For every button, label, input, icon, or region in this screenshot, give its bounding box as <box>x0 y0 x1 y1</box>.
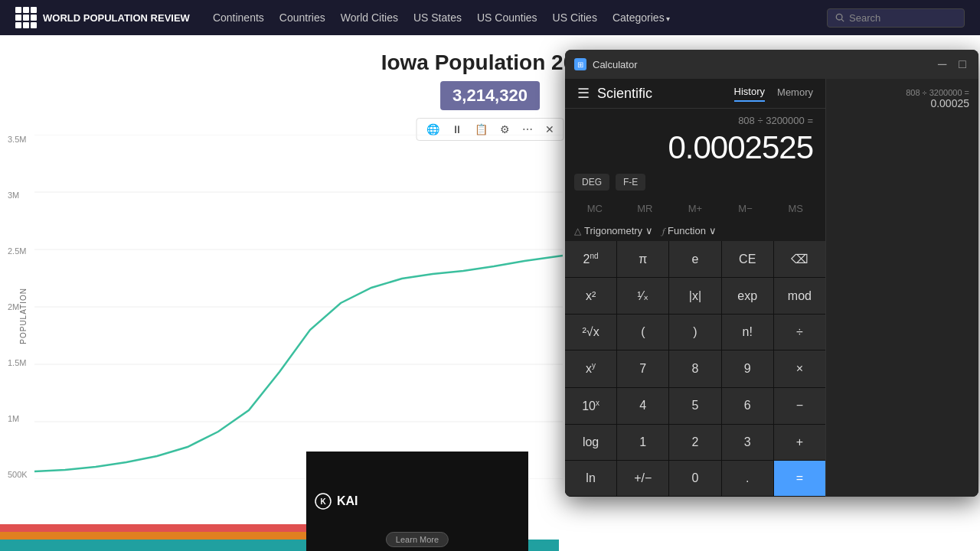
y-label-5: 1M <box>8 414 28 423</box>
trig-chevron-icon: ∨ <box>645 225 653 236</box>
calc-titlebar-left: ⊞ Calculator <box>574 58 638 70</box>
y-label-2: 2.5M <box>8 246 28 256</box>
calc-expression: 808 ÷ 3200000 = <box>577 115 813 126</box>
function-dropdown[interactable]: 𝑓 Function ∨ <box>662 225 717 236</box>
learn-more-button[interactable]: Learn More <box>386 532 449 547</box>
btn-4[interactable]: 4 <box>617 388 668 424</box>
calc-main-panel: ☰ Scientific History Memory 808 ÷ 320000… <box>565 79 825 497</box>
btn-ln[interactable]: ln <box>565 461 616 496</box>
btn-abs[interactable]: |x| <box>669 278 720 314</box>
history-tab[interactable]: History <box>734 86 765 102</box>
kai-brand-name: KAI <box>337 494 358 508</box>
kai-logo: K KAI <box>314 492 358 510</box>
mr-button[interactable]: MR <box>622 198 669 219</box>
btn-1[interactable]: 1 <box>617 425 668 460</box>
calc-mode-row: DEG F-E <box>565 169 825 195</box>
nav-world-cities[interactable]: World Cities <box>341 11 398 24</box>
maximize-button[interactable]: □ <box>956 57 969 71</box>
calc-titlebar: ⊞ Calculator ─ □ <box>565 50 978 79</box>
btn-recip[interactable]: ¹⁄ₓ <box>617 278 668 314</box>
fe-button[interactable]: F-E <box>616 174 645 191</box>
mc-button[interactable]: MC <box>571 198 619 219</box>
trigonometry-dropdown[interactable]: △ Trigonometry ∨ <box>574 225 653 236</box>
btn-10x[interactable]: 10x <box>565 388 616 424</box>
navbar: WORLD POPULATION REVIEW Continents Count… <box>0 0 980 35</box>
svg-text:K: K <box>320 497 326 506</box>
btn-mod[interactable]: mod <box>774 278 825 314</box>
calc-app-icon: ⊞ <box>574 58 586 70</box>
func-icon: 𝑓 <box>662 226 665 236</box>
history-val-0: 0.00025 <box>835 97 969 109</box>
bar-red <box>0 524 306 532</box>
btn-6[interactable]: 6 <box>722 388 773 424</box>
kai-icon: K <box>314 492 332 510</box>
nav-countries[interactable]: Countries <box>279 11 325 24</box>
ad-overlay: K KAI Learn More <box>306 452 528 551</box>
btn-ce[interactable]: CE <box>722 241 773 277</box>
calc-result: 0.0002525 <box>577 129 813 166</box>
search-box <box>827 8 965 28</box>
btn-close-paren[interactable]: ) <box>669 315 720 350</box>
trig-icon: △ <box>574 226 581 236</box>
bar-orange <box>0 532 306 540</box>
y-label-3: 2M <box>8 302 28 311</box>
btn-plus[interactable]: + <box>774 425 825 460</box>
btn-pi[interactable]: π <box>617 241 668 277</box>
btn-negate[interactable]: +/− <box>617 461 668 496</box>
nav-continents[interactable]: Continents <box>213 11 264 24</box>
btn-3[interactable]: 3 <box>722 425 773 460</box>
btn-multiply[interactable]: × <box>774 350 825 386</box>
btn-log[interactable]: log <box>565 425 616 460</box>
btn-5[interactable]: 5 <box>669 388 720 424</box>
memory-row: MC MR M+ M− MS <box>565 195 825 222</box>
btn-exp[interactable]: exp <box>722 278 773 314</box>
brand-logo[interactable]: WORLD POPULATION REVIEW <box>15 7 190 28</box>
memory-tab[interactable]: Memory <box>777 86 813 102</box>
func-label: Function <box>668 225 706 236</box>
btn-0[interactable]: 0 <box>669 461 720 496</box>
ad-content: K KAI <box>306 484 528 518</box>
y-label-4: 1.5M <box>8 358 28 367</box>
btn-backspace[interactable]: ⌫ <box>774 241 825 277</box>
chart-svg-container <box>34 135 563 479</box>
nav-us-states[interactable]: US States <box>413 11 462 24</box>
calc-func-row: △ Trigonometry ∨ 𝑓 Function ∨ <box>565 222 825 241</box>
search-input[interactable] <box>849 12 956 24</box>
brand-name: WORLD POPULATION REVIEW <box>43 12 190 24</box>
population-chart <box>34 135 563 479</box>
nav-us-cities[interactable]: US Cities <box>553 11 597 24</box>
svg-point-0 <box>836 14 842 20</box>
btn-decimal[interactable]: . <box>722 461 773 496</box>
calc-app-title: Scientific <box>597 86 652 102</box>
btn-xy[interactable]: xy <box>565 350 616 386</box>
hamburger-menu-button[interactable]: ☰ <box>577 85 590 102</box>
calculator-window: ⊞ Calculator ─ □ ☰ Scientific History Me… <box>565 50 978 497</box>
nav-links: Continents Countries World Cities US Sta… <box>213 11 827 24</box>
search-icon <box>835 12 844 23</box>
btn-8[interactable]: 8 <box>669 350 720 386</box>
btn-minus[interactable]: − <box>774 388 825 424</box>
y-label-1: 3M <box>8 191 28 200</box>
btn-e[interactable]: e <box>669 241 720 277</box>
population-badge: 3,214,320 <box>440 81 540 110</box>
nav-us-counties[interactable]: US Counties <box>477 11 537 24</box>
deg-button[interactable]: DEG <box>574 174 609 191</box>
btn-divide[interactable]: ÷ <box>774 315 825 350</box>
btn-open-paren[interactable]: ( <box>617 315 668 350</box>
mplus-button[interactable]: M+ <box>671 198 719 219</box>
calc-display: 808 ÷ 3200000 = 0.0002525 <box>565 109 825 169</box>
btn-sqrt[interactable]: ²√x <box>565 315 616 350</box>
btn-9[interactable]: 9 <box>722 350 773 386</box>
btn-2[interactable]: 2 <box>669 425 720 460</box>
minimize-button[interactable]: ─ <box>935 57 949 71</box>
nav-categories[interactable]: Categories <box>612 11 670 24</box>
btn-x2[interactable]: x² <box>565 278 616 314</box>
btn-2nd[interactable]: 2nd <box>565 241 616 277</box>
y-axis-labels: 3.5M 3M 2.5M 2M 1.5M 1M 500K <box>8 135 28 479</box>
y-label-0: 3.5M <box>8 135 28 144</box>
ms-button[interactable]: MS <box>772 198 819 219</box>
mminus-button[interactable]: M− <box>722 198 769 219</box>
btn-7[interactable]: 7 <box>617 350 668 386</box>
btn-equals[interactable]: = <box>774 461 825 496</box>
btn-factorial[interactable]: n! <box>722 315 773 350</box>
